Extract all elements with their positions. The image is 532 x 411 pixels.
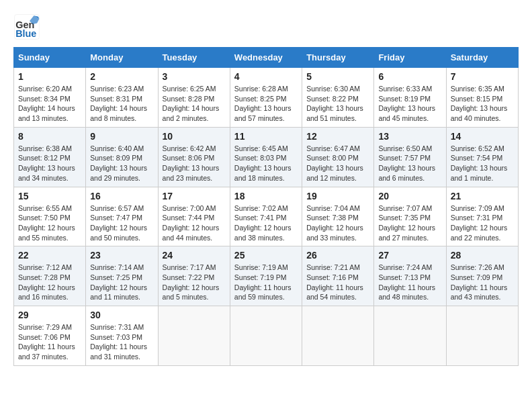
calendar-cell: 13Sunrise: 6:50 AMSunset: 7:57 PMDayligh… <box>374 127 446 187</box>
day-info: Sunrise: 6:50 AMSunset: 7:57 PMDaylight:… <box>378 144 441 183</box>
day-number: 22 <box>18 250 81 261</box>
day-number: 25 <box>234 250 298 261</box>
day-number: 8 <box>18 131 81 142</box>
calendar-cell: 7Sunrise: 6:35 AMSunset: 8:15 PMDaylight… <box>446 68 518 128</box>
day-number: 11 <box>234 131 298 142</box>
weekday-header-friday: Friday <box>374 48 446 68</box>
calendar-week-3: 15Sunrise: 6:55 AMSunset: 7:50 PMDayligh… <box>14 187 519 246</box>
day-number: 19 <box>306 191 369 201</box>
calendar-cell: 5Sunrise: 6:30 AMSunset: 8:22 PMDaylight… <box>302 68 374 128</box>
calendar-cell: 30Sunrise: 7:31 AMSunset: 7:03 PMDayligh… <box>86 306 158 366</box>
day-number: 29 <box>18 310 81 320</box>
page-header: Gen Blue <box>13 13 519 40</box>
weekday-header-sunday: Sunday <box>14 48 86 68</box>
calendar-cell: 6Sunrise: 6:33 AMSunset: 8:19 PMDaylight… <box>374 68 446 128</box>
calendar-cell: 1Sunrise: 6:20 AMSunset: 8:34 PMDaylight… <box>14 68 86 128</box>
day-number: 9 <box>90 131 153 142</box>
day-info: Sunrise: 7:04 AMSunset: 7:38 PMDaylight:… <box>306 203 369 243</box>
day-number: 30 <box>90 310 153 320</box>
day-number: 15 <box>18 191 81 201</box>
calendar-week-5: 29Sunrise: 7:29 AMSunset: 7:06 PMDayligh… <box>14 306 519 366</box>
calendar-cell: 10Sunrise: 6:42 AMSunset: 8:06 PMDayligh… <box>158 127 230 187</box>
calendar-cell: 24Sunrise: 7:17 AMSunset: 7:22 PMDayligh… <box>158 246 230 306</box>
weekday-header-thursday: Thursday <box>302 48 374 68</box>
day-number: 28 <box>451 250 514 261</box>
day-info: Sunrise: 7:26 AMSunset: 7:09 PMDaylight:… <box>451 263 514 302</box>
calendar-cell: 11Sunrise: 6:45 AMSunset: 8:03 PMDayligh… <box>230 127 302 187</box>
day-number: 23 <box>90 250 153 261</box>
calendar-cell: 25Sunrise: 7:19 AMSunset: 7:19 PMDayligh… <box>230 246 302 306</box>
day-info: Sunrise: 6:45 AMSunset: 8:03 PMDaylight:… <box>234 144 298 183</box>
day-info: Sunrise: 7:14 AMSunset: 7:25 PMDaylight:… <box>90 263 153 302</box>
day-number: 5 <box>306 71 369 82</box>
day-number: 26 <box>306 250 369 261</box>
day-number: 21 <box>451 191 514 201</box>
calendar-cell: 14Sunrise: 6:52 AMSunset: 7:54 PMDayligh… <box>446 127 518 187</box>
calendar-week-4: 22Sunrise: 7:12 AMSunset: 7:28 PMDayligh… <box>14 246 519 306</box>
calendar-cell <box>158 306 230 366</box>
day-info: Sunrise: 7:12 AMSunset: 7:28 PMDaylight:… <box>18 263 81 302</box>
calendar-cell: 3Sunrise: 6:25 AMSunset: 8:28 PMDaylight… <box>158 68 230 128</box>
day-info: Sunrise: 7:19 AMSunset: 7:19 PMDaylight:… <box>234 263 298 302</box>
day-info: Sunrise: 7:02 AMSunset: 7:41 PMDaylight:… <box>234 203 298 243</box>
day-number: 20 <box>378 191 441 201</box>
weekday-header-row: SundayMondayTuesdayWednesdayThursdayFrid… <box>14 48 519 68</box>
calendar-cell <box>374 306 446 366</box>
calendar-cell: 28Sunrise: 7:26 AMSunset: 7:09 PMDayligh… <box>446 246 518 306</box>
calendar-cell: 15Sunrise: 6:55 AMSunset: 7:50 PMDayligh… <box>14 187 86 246</box>
day-number: 10 <box>163 131 226 142</box>
calendar-cell: 27Sunrise: 7:24 AMSunset: 7:13 PMDayligh… <box>374 246 446 306</box>
calendar-cell <box>302 306 374 366</box>
day-info: Sunrise: 7:31 AMSunset: 7:03 PMDaylight:… <box>90 322 153 362</box>
day-info: Sunrise: 6:35 AMSunset: 8:15 PMDaylight:… <box>451 84 514 124</box>
day-info: Sunrise: 7:21 AMSunset: 7:16 PMDaylight:… <box>306 263 369 302</box>
calendar-cell: 22Sunrise: 7:12 AMSunset: 7:28 PMDayligh… <box>14 246 86 306</box>
day-number: 7 <box>451 71 514 82</box>
logo: Gen Blue <box>13 13 40 40</box>
calendar-cell: 4Sunrise: 6:28 AMSunset: 8:25 PMDaylight… <box>230 68 302 128</box>
day-number: 24 <box>163 250 226 261</box>
day-info: Sunrise: 6:20 AMSunset: 8:34 PMDaylight:… <box>18 84 81 124</box>
calendar-cell: 8Sunrise: 6:38 AMSunset: 8:12 PMDaylight… <box>14 127 86 187</box>
day-number: 17 <box>163 191 226 201</box>
day-info: Sunrise: 7:29 AMSunset: 7:06 PMDaylight:… <box>18 322 81 362</box>
day-number: 1 <box>18 71 81 82</box>
day-info: Sunrise: 7:24 AMSunset: 7:13 PMDaylight:… <box>378 263 441 302</box>
weekday-header-monday: Monday <box>86 48 158 68</box>
day-info: Sunrise: 6:47 AMSunset: 8:00 PMDaylight:… <box>306 144 369 183</box>
logo-icon: Gen Blue <box>13 13 40 40</box>
calendar-cell: 18Sunrise: 7:02 AMSunset: 7:41 PMDayligh… <box>230 187 302 246</box>
calendar-cell: 20Sunrise: 7:07 AMSunset: 7:35 PMDayligh… <box>374 187 446 246</box>
day-number: 14 <box>451 131 514 142</box>
day-info: Sunrise: 6:57 AMSunset: 7:47 PMDaylight:… <box>90 203 153 243</box>
calendar-cell: 23Sunrise: 7:14 AMSunset: 7:25 PMDayligh… <box>86 246 158 306</box>
weekday-header-tuesday: Tuesday <box>158 48 230 68</box>
day-info: Sunrise: 6:23 AMSunset: 8:31 PMDaylight:… <box>90 84 153 124</box>
day-info: Sunrise: 6:55 AMSunset: 7:50 PMDaylight:… <box>18 203 81 243</box>
day-number: 6 <box>378 71 441 82</box>
day-info: Sunrise: 6:52 AMSunset: 7:54 PMDaylight:… <box>451 144 514 183</box>
day-info: Sunrise: 7:17 AMSunset: 7:22 PMDaylight:… <box>163 263 226 302</box>
day-number: 12 <box>306 131 369 142</box>
day-info: Sunrise: 6:28 AMSunset: 8:25 PMDaylight:… <box>234 84 298 124</box>
calendar-cell: 19Sunrise: 7:04 AMSunset: 7:38 PMDayligh… <box>302 187 374 246</box>
calendar-week-2: 8Sunrise: 6:38 AMSunset: 8:12 PMDaylight… <box>14 127 519 187</box>
calendar-table: SundayMondayTuesdayWednesdayThursdayFrid… <box>13 47 519 366</box>
calendar-cell: 2Sunrise: 6:23 AMSunset: 8:31 PMDaylight… <box>86 68 158 128</box>
day-number: 27 <box>378 250 441 261</box>
svg-text:Blue: Blue <box>15 28 36 39</box>
day-info: Sunrise: 6:33 AMSunset: 8:19 PMDaylight:… <box>378 84 441 124</box>
weekday-header-saturday: Saturday <box>446 48 518 68</box>
day-number: 2 <box>90 71 153 82</box>
day-info: Sunrise: 6:25 AMSunset: 8:28 PMDaylight:… <box>163 84 226 124</box>
calendar-cell: 26Sunrise: 7:21 AMSunset: 7:16 PMDayligh… <box>302 246 374 306</box>
day-number: 18 <box>234 191 298 201</box>
calendar-cell: 29Sunrise: 7:29 AMSunset: 7:06 PMDayligh… <box>14 306 86 366</box>
day-info: Sunrise: 7:07 AMSunset: 7:35 PMDaylight:… <box>378 203 441 243</box>
day-info: Sunrise: 6:30 AMSunset: 8:22 PMDaylight:… <box>306 84 369 124</box>
day-info: Sunrise: 7:09 AMSunset: 7:31 PMDaylight:… <box>451 203 514 243</box>
calendar-cell: 21Sunrise: 7:09 AMSunset: 7:31 PMDayligh… <box>446 187 518 246</box>
day-number: 13 <box>378 131 441 142</box>
calendar-cell <box>230 306 302 366</box>
day-info: Sunrise: 6:42 AMSunset: 8:06 PMDaylight:… <box>163 144 226 183</box>
